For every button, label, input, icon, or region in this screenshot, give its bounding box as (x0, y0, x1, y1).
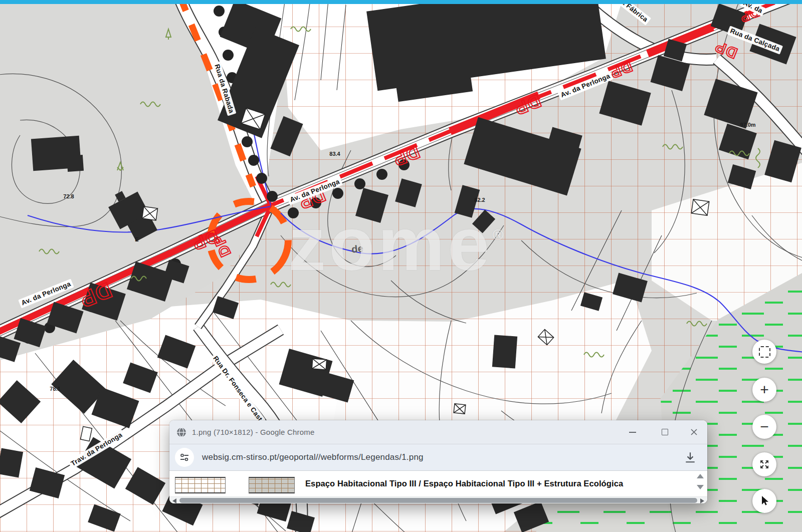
dashed-box-select-icon (759, 346, 770, 358)
close-button[interactable] (683, 420, 704, 444)
cursor-arrow-icon (758, 495, 770, 507)
grid-hatch-gray-swatch (249, 477, 295, 493)
block-letter-label: E (135, 236, 138, 242)
download-icon (684, 451, 696, 463)
chrome-popup-window: 1.png (710×1812) - Google Chrome websig.… (169, 420, 707, 503)
elevation-label: 83.4 (329, 151, 340, 157)
zoom-out-button[interactable]: − (752, 415, 776, 439)
scroll-right-arrow[interactable] (700, 498, 704, 503)
download-button[interactable] (684, 451, 696, 465)
minimize-icon (629, 432, 636, 433)
site-settings-button[interactable] (175, 448, 194, 467)
scroll-left-arrow[interactable] (172, 498, 176, 503)
watermark: zome® (288, 206, 504, 282)
horizontal-scrollbar[interactable] (169, 496, 707, 503)
plus-icon: + (760, 381, 769, 398)
zoom-in-button[interactable]: + (752, 378, 776, 402)
popup-title-bar[interactable]: 1.png (710×1812) - Google Chrome (169, 420, 707, 444)
extent-select-button[interactable] (752, 340, 776, 364)
expand-arrows-icon (758, 458, 770, 470)
legend-label: Espaço Habitacional Tipo III / Espaço Ha… (305, 471, 623, 496)
popup-url-bar: websig.cm-stirso.pt/geoportal//webforms/… (169, 444, 707, 471)
globe-icon (176, 427, 187, 438)
pointer-tool-button[interactable] (752, 489, 776, 513)
elevation-label: 78.1 (50, 386, 60, 392)
legend-image-content: Espaço Habitacional Tipo III / Espaço Ha… (169, 471, 707, 496)
scroll-down-arrow[interactable] (697, 485, 704, 489)
minus-icon: − (760, 418, 769, 435)
maximize-icon (662, 429, 668, 435)
fullscreen-button[interactable] (752, 452, 776, 476)
scroll-up-arrow[interactable] (697, 474, 704, 478)
top-accent-bar (0, 0, 802, 4)
scrollbar-thumb[interactable] (179, 498, 697, 503)
close-icon (690, 428, 698, 436)
grid-hatch-white-swatch (175, 477, 226, 493)
elevation-label: 72.8 (63, 193, 74, 199)
popup-window-title: 1.png (710×1812) - Google Chrome (192, 428, 314, 436)
geoportal-app: DP DP DP DP DP DP DP DP DP Av. da Perlon… (0, 0, 802, 532)
maximize-button[interactable] (654, 420, 675, 444)
site-settings-icon (179, 452, 190, 463)
minimize-button[interactable] (622, 420, 643, 444)
url-field[interactable]: websig.cm-stirso.pt/geoportal//webforms/… (202, 452, 424, 462)
elevation-label: 97.0m (740, 122, 755, 128)
